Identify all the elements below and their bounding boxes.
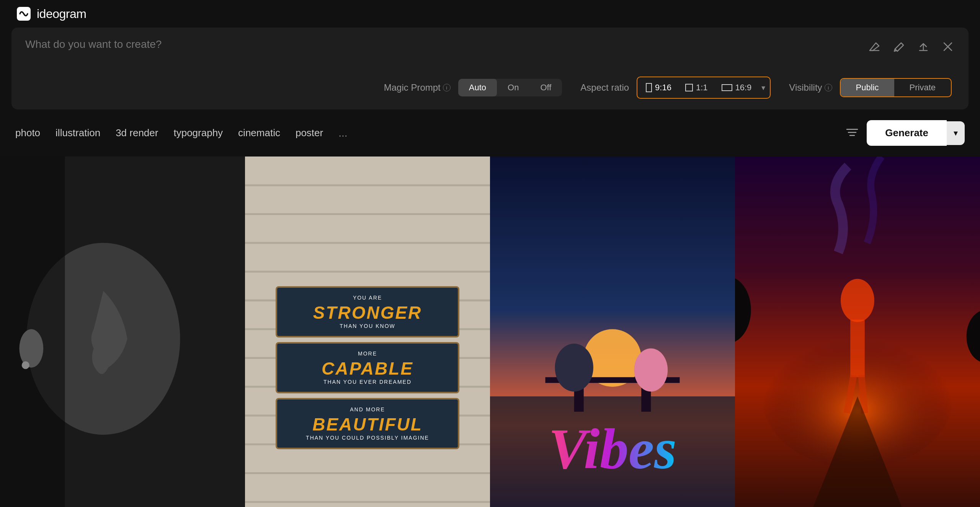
magic-prompt-info-icon: i xyxy=(443,84,451,91)
svg-point-28 xyxy=(555,344,593,391)
aspect-ratio-label: Aspect ratio xyxy=(580,82,629,93)
prompt-input[interactable] xyxy=(25,38,370,63)
generate-area: Generate ▾ xyxy=(845,120,965,146)
app-name: ideogram xyxy=(37,7,86,21)
more-tags-button[interactable]: ... xyxy=(338,127,347,139)
magic-prompt-toggle: Auto On Off xyxy=(458,79,562,96)
edit-button[interactable] xyxy=(892,40,906,54)
magic-prompt-label: Magic Prompt i xyxy=(384,82,451,93)
pencil-icon xyxy=(892,40,906,54)
svg-point-5 xyxy=(22,361,29,369)
generate-button[interactable]: Generate xyxy=(867,120,947,146)
portrait-image xyxy=(0,157,245,507)
aspect-ratio-916[interactable]: 9:16 xyxy=(642,80,675,95)
eraser-icon xyxy=(867,40,881,54)
visibility-group: Visibility i Public Private xyxy=(789,78,952,97)
sign-3: AND MORE BEAUTIFUL THAN YOU COULD POSSIB… xyxy=(276,398,459,449)
aspect-ratio-group: Aspect ratio 9:16 1:1 16:9 ▾ xyxy=(580,77,771,99)
logo-container: ideogram xyxy=(15,5,86,22)
visibility-selector: Public Private xyxy=(840,78,952,97)
svg-point-32 xyxy=(841,279,874,322)
upload-button[interactable] xyxy=(916,40,930,54)
image-cell-2[interactable]: YOU ARE STRONGER THAN YOU KNOW MORE CAPA… xyxy=(245,157,490,507)
close-icon xyxy=(941,40,955,54)
tag-photo[interactable]: photo xyxy=(15,124,40,142)
header: ideogram xyxy=(0,0,980,28)
portrait-svg xyxy=(0,157,245,507)
svg-rect-33 xyxy=(850,320,865,377)
image-grid: destiny360298 20h ago ••• 438 ♡ xyxy=(0,157,980,507)
tag-poster[interactable]: poster xyxy=(296,124,323,142)
sign-1: YOU ARE STRONGER THAN YOU KNOW xyxy=(276,286,459,337)
filter-icon xyxy=(845,126,859,139)
svg-point-29 xyxy=(634,349,668,392)
magic-prompt-auto[interactable]: Auto xyxy=(458,79,497,96)
sign-2: MORE CAPABLE THAN YOU EVER DREAMED xyxy=(276,342,459,393)
eraser-button[interactable] xyxy=(867,40,881,54)
filter-button[interactable] xyxy=(845,126,859,140)
aspect-ratio-11[interactable]: 1:1 xyxy=(681,80,712,95)
signs-image: YOU ARE STRONGER THAN YOU KNOW MORE CAPA… xyxy=(245,157,490,507)
image-cell-4[interactable] xyxy=(735,157,980,507)
settings-row: Magic Prompt i Auto On Off Aspect ratio … xyxy=(25,77,955,99)
image-cell-3[interactable]: Vibes destiny360298 20h ago ••• 245 ♡ xyxy=(490,157,735,507)
landscape-ratio-icon xyxy=(722,84,732,91)
svg-point-4 xyxy=(19,329,43,367)
upload-icon xyxy=(916,40,930,54)
tag-illustration[interactable]: illustration xyxy=(56,124,100,142)
chevron-down-icon[interactable]: ▾ xyxy=(761,83,765,92)
prompt-top-row xyxy=(25,38,955,63)
tags-row: photo illustration 3d render typography … xyxy=(0,109,980,157)
image-cell-1[interactable]: destiny360298 20h ago ••• 438 ♡ xyxy=(0,157,245,507)
tag-3d-render[interactable]: 3d render xyxy=(116,124,158,142)
fire-svg xyxy=(735,157,980,507)
close-button[interactable] xyxy=(941,40,955,54)
magic-prompt-group: Magic Prompt i Auto On Off xyxy=(384,79,562,96)
visibility-private[interactable]: Private xyxy=(894,79,951,96)
aspect-ratio-selector[interactable]: 9:16 1:1 16:9 ▾ xyxy=(637,77,771,99)
magic-prompt-off[interactable]: Off xyxy=(529,79,562,96)
visibility-public[interactable]: Public xyxy=(841,79,894,96)
aspect-ratio-169[interactable]: 16:9 xyxy=(718,80,756,95)
svg-text:Vibes: Vibes xyxy=(549,417,676,481)
vibes-image: Vibes xyxy=(490,157,735,507)
fire-image xyxy=(735,157,980,507)
tag-cinematic[interactable]: cinematic xyxy=(238,124,280,142)
magic-prompt-on[interactable]: On xyxy=(497,79,529,96)
tag-typography[interactable]: typography xyxy=(173,124,223,142)
square-ratio-icon xyxy=(685,84,693,91)
logo-icon xyxy=(15,5,32,22)
prompt-icon-group xyxy=(867,40,955,54)
visibility-info-icon: i xyxy=(825,84,832,91)
generate-arrow-button[interactable]: ▾ xyxy=(947,121,965,145)
prompt-panel: Magic Prompt i Auto On Off Aspect ratio … xyxy=(11,28,969,109)
visibility-label: Visibility i xyxy=(789,82,832,93)
vibes-bg-svg: Vibes xyxy=(490,157,735,507)
portrait-ratio-icon xyxy=(646,83,652,92)
